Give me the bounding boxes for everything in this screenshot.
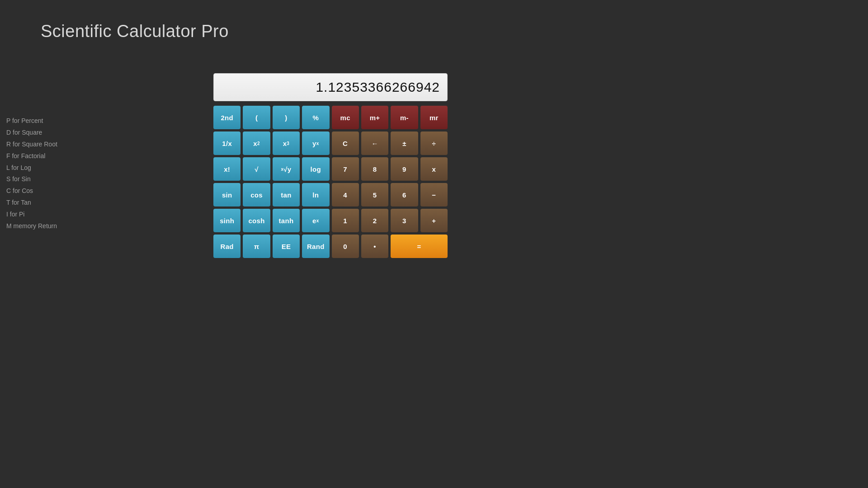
btn-cos[interactable]: cos (243, 183, 270, 206)
btn-multiply[interactable]: x (420, 157, 448, 181)
display-value: 1.12353366266942 (316, 80, 440, 95)
buttons-grid: 2nd ( ) % mc m+ m- mr 1/x x2 x3 yx C ← ±… (213, 106, 448, 258)
btn-divide[interactable]: ÷ (420, 131, 448, 155)
btn-log[interactable]: log (302, 157, 329, 181)
btn-8[interactable]: 8 (361, 157, 388, 181)
btn-mc[interactable]: mc (332, 106, 359, 129)
btn-rad[interactable]: Rad (213, 235, 241, 258)
btn-cube[interactable]: x3 (273, 131, 300, 155)
shortcut-tan: T for Tan (6, 197, 57, 209)
btn-clear[interactable]: C (332, 131, 359, 155)
btn-m-minus[interactable]: m- (391, 106, 418, 129)
btn-2[interactable]: 2 (361, 209, 388, 232)
btn-0[interactable]: 0 (332, 235, 359, 258)
btn-sinh[interactable]: sinh (213, 209, 241, 232)
btn-sin[interactable]: sin (213, 183, 241, 206)
btn-ee[interactable]: EE (273, 235, 300, 258)
btn-plus-minus[interactable]: ± (391, 131, 418, 155)
shortcut-memory: M memory Return (6, 221, 57, 232)
btn-1[interactable]: 1 (332, 209, 359, 232)
btn-power-y[interactable]: yx (302, 131, 329, 155)
btn-7[interactable]: 7 (332, 157, 359, 181)
btn-cosh[interactable]: cosh (243, 209, 270, 232)
btn-open-paren[interactable]: ( (243, 106, 270, 129)
btn-ln[interactable]: ln (302, 183, 329, 206)
calculator: 1.12353366266942 2nd ( ) % mc m+ m- mr 1… (213, 73, 448, 258)
btn-close-paren[interactable]: ) (273, 106, 300, 129)
shortcut-log: L for Log (6, 162, 57, 174)
btn-mr[interactable]: mr (420, 106, 448, 129)
btn-sqrt[interactable]: √ (243, 157, 270, 181)
btn-m-plus[interactable]: m+ (361, 106, 388, 129)
display: 1.12353366266942 (213, 73, 448, 101)
btn-exp-e[interactable]: ex (302, 209, 329, 232)
btn-equals[interactable]: = (391, 235, 448, 258)
btn-3[interactable]: 3 (391, 209, 418, 232)
shortcuts-panel: P for Percent D for Square R for Square … (6, 115, 57, 232)
btn-4[interactable]: 4 (332, 183, 359, 206)
btn-add[interactable]: + (420, 209, 448, 232)
btn-pi[interactable]: π (243, 235, 270, 258)
btn-tan[interactable]: tan (273, 183, 300, 206)
btn-nth-root[interactable]: x√y (273, 157, 300, 181)
btn-rand[interactable]: Rand (302, 235, 329, 258)
btn-percent[interactable]: % (302, 106, 329, 129)
btn-tanh[interactable]: tanh (273, 209, 300, 232)
btn-5[interactable]: 5 (361, 183, 388, 206)
shortcut-percent: P for Percent (6, 115, 57, 127)
shortcut-factorial: F for Factorial (6, 150, 57, 162)
btn-6[interactable]: 6 (391, 183, 418, 206)
shortcut-pi: I for Pi (6, 209, 57, 221)
shortcut-sqrt: R for Square Root (6, 139, 57, 150)
btn-factorial[interactable]: x! (213, 157, 241, 181)
btn-decimal[interactable]: • (361, 235, 388, 258)
shortcut-square: D for Square (6, 127, 57, 139)
shortcut-cos: C for Cos (6, 185, 57, 197)
app-title: Scientific Calculator Pro (41, 22, 229, 41)
btn-9[interactable]: 9 (391, 157, 418, 181)
btn-2nd[interactable]: 2nd (213, 106, 241, 129)
btn-backspace[interactable]: ← (361, 131, 388, 155)
btn-square[interactable]: x2 (243, 131, 270, 155)
btn-subtract[interactable]: − (420, 183, 448, 206)
btn-reciprocal[interactable]: 1/x (213, 131, 241, 155)
shortcut-sin: S for Sin (6, 174, 57, 185)
